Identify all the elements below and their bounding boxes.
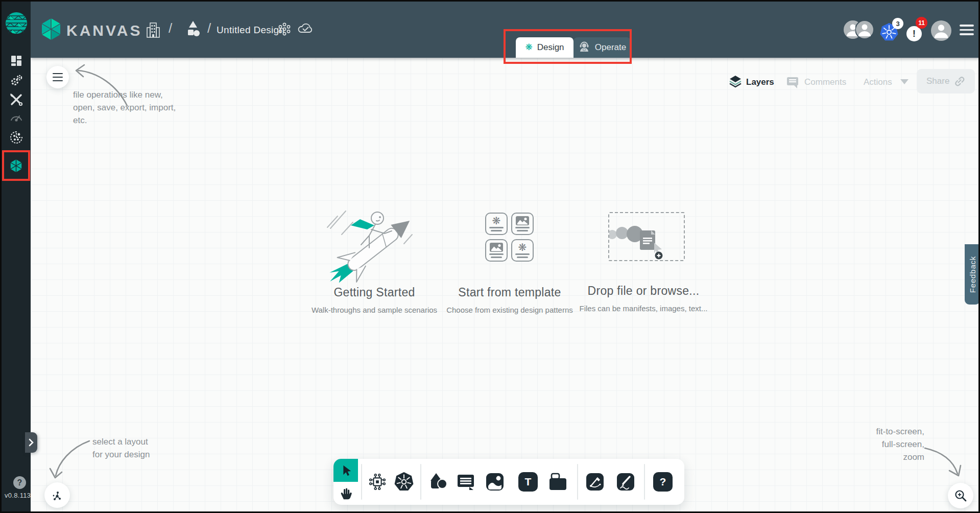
app-header	[31, 2, 980, 58]
zoom-button[interactable]	[948, 483, 973, 508]
menu-icon	[53, 73, 63, 82]
component-tool-button[interactable]	[367, 472, 388, 492]
toolbar-divider	[361, 464, 362, 500]
template-spiral-icon: ❋	[492, 216, 501, 225]
kubernetes-count-badge: 3	[892, 18, 903, 29]
select-tool-button[interactable]	[333, 459, 358, 482]
actions-caret-icon[interactable]	[900, 79, 909, 84]
version-label: v0.8.113	[5, 492, 30, 499]
template-thumb: ❋	[485, 213, 508, 235]
section-tool-button[interactable]	[548, 472, 568, 492]
template-spiral-icon: ❋	[518, 243, 527, 252]
canvas-menu-button[interactable]	[46, 66, 69, 88]
annotation-arrow	[70, 63, 131, 111]
tab-design[interactable]: ❋ Design	[516, 37, 573, 58]
brand-wordmark: KANVAS	[66, 22, 142, 39]
sidebar-item-lifecycle[interactable]	[2, 70, 31, 90]
notification-count-badge: 11	[916, 17, 927, 29]
image-tool-button[interactable]	[485, 472, 505, 492]
kanvas-logo-icon	[40, 18, 62, 42]
breadcrumb-separator: /	[169, 20, 172, 36]
template-thumb	[485, 239, 508, 262]
kubernetes-tool-button[interactable]	[394, 472, 414, 492]
link-icon	[954, 76, 965, 87]
sidebar-item-performance[interactable]	[2, 107, 31, 127]
graph-layout-icon	[51, 488, 64, 502]
text-tool-icon: T	[518, 472, 538, 492]
share-label: Share	[926, 76, 949, 86]
meshery-logo-icon[interactable]	[5, 11, 28, 37]
comments-button[interactable]: Comments	[804, 77, 846, 87]
designs-icon[interactable]	[185, 20, 201, 41]
template-thumb: ❋	[511, 239, 534, 262]
app-menu-icon[interactable]	[960, 25, 974, 35]
breadcrumb-separator: /	[207, 20, 211, 36]
collaborator-avatar[interactable]	[855, 20, 874, 41]
template-image-icon	[490, 243, 503, 252]
pen-tool-button[interactable]	[585, 472, 605, 492]
help-tool-icon: ?	[653, 472, 673, 492]
user-avatar[interactable]	[931, 20, 951, 43]
shapes-tool-button[interactable]	[428, 472, 449, 492]
tab-shape-icon	[548, 472, 568, 492]
card-title-drop-file[interactable]: Drop file or browse...	[562, 284, 725, 298]
template-thumbnails[interactable]: ❋ ❋	[485, 213, 536, 264]
zoom-annotation: fit-to-screen, full-screen, zoom	[822, 425, 924, 463]
actions-button[interactable]: Actions	[864, 77, 892, 87]
pencil-tool-button[interactable]	[615, 472, 636, 492]
organization-icon[interactable]	[146, 21, 160, 41]
feedback-label: Feedback	[968, 256, 977, 293]
cloud-save-status-icon[interactable]	[297, 21, 314, 37]
help-button[interactable]: ?	[13, 476, 26, 489]
sidebar-item-kanvas[interactable]	[2, 155, 31, 176]
drop-file-illustration	[609, 213, 684, 260]
getting-started-illustration[interactable]	[317, 202, 432, 285]
hand-icon	[340, 487, 352, 500]
template-image-icon	[516, 216, 529, 225]
tab-operate[interactable]: Operate	[573, 37, 631, 58]
tab-operate-label: Operate	[595, 42, 626, 53]
design-name[interactable]: Untitled Design	[217, 25, 284, 36]
layout-select-button[interactable]	[44, 482, 70, 508]
share-button[interactable]: Share	[917, 69, 975, 94]
zoom-in-icon	[953, 488, 968, 503]
toolbar-divider	[644, 464, 645, 500]
pencil-icon	[616, 472, 635, 492]
toolbar-divider	[577, 464, 578, 500]
template-thumb	[511, 213, 534, 235]
pen-icon	[585, 472, 605, 492]
sidebar-item-dashboard[interactable]	[2, 51, 31, 71]
image-icon	[485, 472, 505, 492]
pan-tool-button[interactable]	[333, 482, 358, 505]
comment-icon	[456, 472, 475, 492]
comments-icon	[786, 76, 799, 91]
design-spiral-icon: ❋	[525, 43, 532, 52]
text-tool-button[interactable]: T	[518, 472, 538, 492]
tab-design-label: Design	[537, 42, 564, 53]
cursor-icon	[340, 464, 352, 477]
layers-button[interactable]: Layers	[746, 77, 774, 87]
annotation-arrow	[47, 435, 96, 488]
merge-mesh-icon[interactable]	[277, 22, 292, 38]
drop-file-zone[interactable]	[608, 212, 685, 261]
comment-tool-button[interactable]	[456, 472, 476, 492]
layout-annotation: select a layout for your design	[92, 435, 150, 461]
kubernetes-icon	[394, 472, 414, 492]
card-subtitle-drop-file: Files can be manifests, images, text...	[557, 304, 730, 313]
circuit-icon	[368, 472, 387, 492]
shapes-icon	[428, 472, 449, 492]
kanvas-app: KANVAS / / Untitled Design	[0, 0, 980, 513]
operator-headset-icon	[578, 40, 590, 55]
sidebar-expand-chevron[interactable]	[25, 432, 37, 453]
layers-icon[interactable]	[729, 75, 742, 90]
feedback-tab[interactable]: Feedback	[965, 244, 980, 305]
help-tool-button[interactable]: ?	[653, 472, 673, 492]
toolbar-divider	[420, 464, 421, 500]
annotation-arrow	[920, 440, 968, 485]
sidebar-item-extensions[interactable]	[2, 127, 31, 148]
